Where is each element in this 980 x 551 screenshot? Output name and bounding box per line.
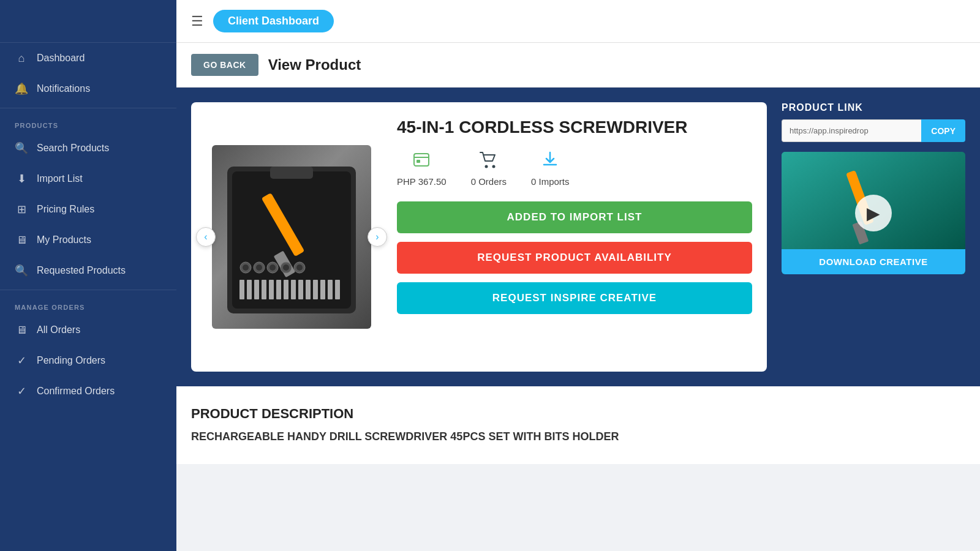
page-title: View Product [268,56,361,73]
sidebar-item-label: Confirmed Orders [37,386,115,397]
content-area: GO BACK View Product ‹ [176,43,980,551]
sidebar-logo [0,0,176,43]
main-content: ☰ Client Dashboard GO BACK View Product … [176,0,980,551]
svg-rect-10 [276,280,281,299]
svg-rect-12 [291,280,296,299]
svg-rect-6 [247,280,252,299]
product-imports: 0 Imports [531,176,570,187]
product-stats: PHP 367.50 0 Orders 0 Impo [397,150,752,187]
svg-rect-14 [306,280,311,299]
svg-rect-2 [270,167,313,179]
svg-rect-16 [320,280,325,299]
video-thumbnail: ▶ DOWNLOAD CREATIVE [782,152,965,274]
sidebar-item-label: My Products [37,234,91,246]
sidebar: ⌂ Dashboard 🔔 Notifications PRODUCTS 🔍 S… [0,0,176,551]
copy-button[interactable]: COPY [921,119,965,142]
sidebar-item-confirmed-orders[interactable]: ✓ Confirmed Orders [0,376,176,407]
check-icon: ✓ [15,354,28,367]
cart-icon [479,150,499,174]
product-link-input-row: COPY [782,119,965,142]
stat-imports: 0 Imports [531,150,570,187]
import-icon: ⬇ [15,172,28,186]
product-image-svg [221,154,362,320]
description-section: PRODUCT DESCRIPTION RECHARGEABLE HANDY D… [176,386,980,464]
stat-orders: 0 Orders [471,150,507,187]
sidebar-item-my-products[interactable]: 🖥 My Products [0,225,176,255]
svg-rect-31 [417,160,420,163]
svg-rect-7 [254,280,259,299]
home-icon: ⌂ [15,51,28,65]
sidebar-item-notifications[interactable]: 🔔 Notifications [0,73,176,104]
svg-rect-5 [239,280,244,299]
product-card: ‹ [191,102,767,372]
add-to-import-button[interactable]: ADDED TO IMPORT LIST [397,201,752,233]
bell-icon: 🔔 [15,82,28,96]
svg-rect-13 [298,280,303,299]
search2-icon: 🔍 [15,264,28,277]
product-info: 45-IN-1 CORDLESS SCREWDRIVER PHP 367.50 [397,117,752,357]
stat-price: PHP 367.50 [397,150,447,187]
svg-rect-9 [269,280,274,299]
sidebar-item-label: Search Products [37,143,109,154]
product-link-input[interactable] [782,119,921,142]
product-image [212,145,371,329]
svg-rect-11 [284,280,288,299]
svg-point-22 [256,264,262,271]
search-icon: 🔍 [15,141,28,155]
carousel-prev-button[interactable]: ‹ [196,227,216,247]
sidebar-item-requested-products[interactable]: 🔍 Requested Products [0,255,176,286]
svg-point-33 [492,165,495,168]
video-play-button[interactable]: ▶ [855,195,892,231]
sidebar-item-label: Pricing Rules [37,204,94,215]
product-link-label: PRODUCT LINK [782,102,965,113]
product-price: PHP 367.50 [397,176,447,187]
product-link-section: PRODUCT LINK COPY [782,102,965,142]
svg-rect-18 [335,280,340,299]
svg-rect-15 [313,280,318,299]
download-creative-button[interactable]: DOWNLOAD CREATIVE [782,249,965,274]
svg-rect-8 [262,280,266,299]
sidebar-item-search-products[interactable]: 🔍 Search Products [0,133,176,163]
sidebar-item-label: Notifications [37,83,90,94]
sidebar-item-pending-orders[interactable]: ✓ Pending Orders [0,345,176,376]
svg-point-24 [270,264,276,271]
sidebar-item-label: Requested Products [37,265,126,276]
sidebar-item-label: Dashboard [37,53,85,64]
check2-icon: ✓ [15,384,28,398]
product-orders: 0 Orders [471,176,507,187]
svg-point-26 [283,264,289,271]
go-back-button[interactable]: GO BACK [191,54,258,76]
sidebar-item-label: Import List [37,173,83,184]
hamburger-icon[interactable]: ☰ [191,13,203,29]
request-creative-button[interactable]: REQUEST INSPIRE CREATIVE [397,282,752,314]
svg-point-28 [296,264,303,271]
sidebar-item-all-orders[interactable]: 🖥 All Orders [0,315,176,345]
price-icon [412,150,431,174]
svg-rect-17 [328,280,333,299]
right-panel: PRODUCT LINK COPY [782,102,965,274]
product-name: 45-IN-1 CORDLESS SCREWDRIVER [397,117,752,138]
monitor-icon: 🖥 [15,233,28,247]
product-section: ‹ [176,88,980,386]
page-header: GO BACK View Product [176,43,980,88]
sidebar-item-import-list[interactable]: ⬇ Import List [0,163,176,194]
manage-orders-section-label: MANAGE ORDERS [0,294,176,315]
svg-rect-29 [414,154,429,166]
description-title: PRODUCT DESCRIPTION [191,406,965,422]
download-icon [540,150,560,174]
description-text: RECHARGEABLE HANDY DRILL SCREWDRIVER 45P… [191,429,965,444]
svg-point-32 [484,165,488,168]
client-dashboard-badge[interactable]: Client Dashboard [213,10,334,32]
carousel-next-button[interactable]: › [368,227,387,247]
product-image-container: ‹ [206,117,377,357]
grid-icon: ⊞ [15,203,28,216]
request-availability-button[interactable]: REQUEST PRODUCT AVAILABILITY [397,242,752,274]
sidebar-item-label: All Orders [37,324,80,335]
svg-point-20 [243,264,249,271]
orders-icon: 🖥 [15,323,28,337]
sidebar-item-label: Pending Orders [37,355,105,366]
products-section-label: PRODUCTS [0,112,176,133]
topbar: ☰ Client Dashboard [176,0,980,43]
sidebar-item-dashboard[interactable]: ⌂ Dashboard [0,43,176,73]
sidebar-item-pricing-rules[interactable]: ⊞ Pricing Rules [0,194,176,225]
